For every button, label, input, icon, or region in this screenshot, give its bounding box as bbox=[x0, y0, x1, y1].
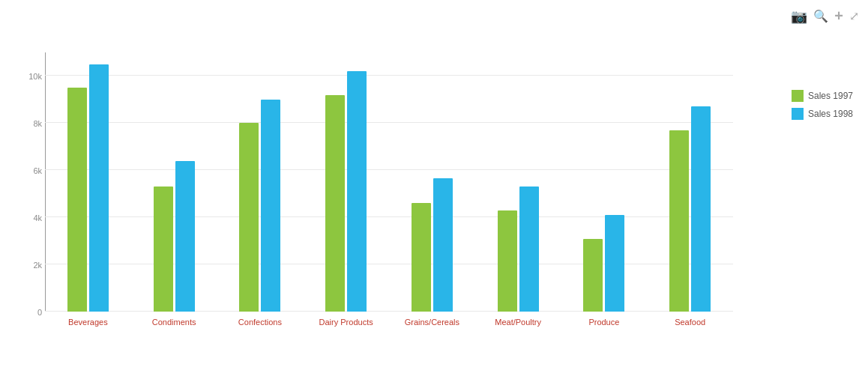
y-tick-label: 6k bbox=[33, 166, 42, 175]
bar-1998 bbox=[691, 106, 711, 312]
bar-1997 bbox=[239, 123, 259, 312]
bar-1998 bbox=[89, 64, 109, 312]
x-tick-label: Seafood bbox=[675, 318, 705, 327]
legend-item: Sales 1998 bbox=[792, 108, 853, 120]
x-tick-label: Meat/Poultry bbox=[495, 318, 541, 327]
legend-color bbox=[792, 108, 804, 120]
bars-area bbox=[45, 52, 733, 312]
x-tick-label: Grains/Cereals bbox=[405, 318, 459, 327]
y-tick-label: 8k bbox=[33, 119, 42, 128]
legend-color bbox=[792, 90, 804, 102]
x-tick-label: Beverages bbox=[68, 318, 108, 327]
plus-icon[interactable]: + bbox=[834, 7, 843, 25]
fullscreen-icon[interactable]: ⤢ bbox=[849, 9, 859, 23]
x-tick-label: Condiments bbox=[152, 318, 196, 327]
bar-1998 bbox=[175, 161, 195, 312]
bar-1998 bbox=[519, 187, 539, 312]
bar-1998 bbox=[433, 178, 453, 312]
bar-1998 bbox=[347, 71, 367, 312]
camera-icon[interactable]: 📷 bbox=[791, 8, 807, 25]
bar-1998 bbox=[261, 100, 280, 312]
chart-title bbox=[0, 0, 868, 22]
x-tick-label: Produce bbox=[588, 318, 619, 327]
bar-1997 bbox=[154, 187, 173, 312]
y-tick-label: 0 bbox=[37, 308, 42, 317]
x-tick-label: Confections bbox=[238, 318, 282, 327]
bar-1997 bbox=[669, 130, 689, 312]
x-tick-label: Dairy Products bbox=[319, 318, 373, 327]
bar-1997 bbox=[67, 88, 87, 312]
bar-1997 bbox=[412, 203, 431, 312]
y-tick-label: 10k bbox=[28, 72, 42, 81]
y-tick-label: 4k bbox=[33, 213, 42, 222]
toolbar: 📷 🔍 + ⤢ bbox=[791, 7, 859, 25]
zoom-icon[interactable]: 🔍 bbox=[813, 9, 828, 23]
bar-1998 bbox=[605, 215, 624, 312]
legend-label: Sales 1998 bbox=[808, 109, 853, 119]
y-tick-label: 2k bbox=[33, 261, 42, 270]
bar-1997 bbox=[325, 95, 345, 312]
bar-1997 bbox=[498, 210, 517, 312]
chart-area: 02k4k6k8k10k bbox=[45, 52, 733, 312]
bar-1997 bbox=[583, 239, 603, 312]
legend-label: Sales 1997 bbox=[808, 91, 853, 101]
legend-item: Sales 1997 bbox=[792, 90, 853, 102]
legend: Sales 1997Sales 1998 bbox=[792, 90, 853, 120]
chart-container: 📷 🔍 + ⤢ 02k4k6k8k10k Sales 1997Sales 199… bbox=[0, 0, 868, 379]
